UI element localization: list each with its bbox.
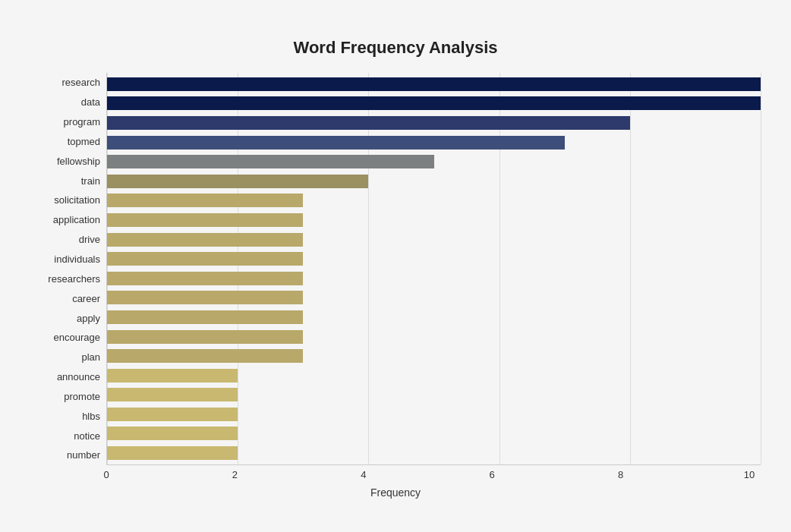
bars-section: researchdataprogramtopmedfellowshiptrain…: [30, 73, 761, 465]
y-label: apply: [77, 313, 100, 323]
y-label: plan: [81, 352, 100, 362]
bar: [107, 136, 565, 150]
bar-row: [107, 386, 761, 403]
y-label: individuals: [54, 254, 100, 264]
bar-row: [107, 348, 761, 364]
y-label: promote: [64, 392, 100, 401]
bar: [107, 155, 434, 168]
bar: [107, 96, 761, 110]
bar-row: [107, 134, 761, 151]
bar-row: [107, 406, 761, 423]
x-tick: 8: [610, 469, 632, 480]
y-label: solicitation: [54, 195, 100, 205]
x-tick: 6: [481, 469, 503, 480]
bar: [107, 213, 303, 227]
bar: [107, 349, 303, 363]
y-label: number: [67, 450, 100, 460]
bar-row: [107, 95, 761, 112]
x-axis-label: Frequency: [30, 486, 761, 499]
bar: [107, 388, 238, 401]
bar-row: [107, 76, 761, 93]
bar-row: [107, 329, 761, 345]
bar: [107, 272, 303, 285]
bar: [107, 77, 761, 91]
x-tick: 2: [223, 469, 246, 480]
bar: [107, 116, 630, 130]
bar: [107, 291, 303, 304]
y-label: topmed: [68, 137, 100, 146]
y-label: research: [61, 77, 100, 87]
bar-row: [107, 192, 761, 209]
chart-area: researchdataprogramtopmedfellowshiptrain…: [30, 73, 761, 499]
bar-row: [107, 270, 761, 287]
y-label: announce: [57, 372, 100, 382]
x-tick: 4: [352, 469, 375, 480]
y-label: fellowship: [57, 156, 100, 166]
bar-row: [107, 115, 761, 131]
bar-row: [107, 153, 761, 170]
bar-row: [107, 173, 761, 190]
bar-row: [107, 425, 761, 442]
y-label: encourage: [54, 332, 100, 342]
x-tick: 10: [738, 469, 761, 480]
y-label: career: [72, 294, 100, 304]
bar-row: [107, 289, 761, 306]
bar: [107, 310, 303, 324]
bar: [107, 194, 303, 207]
y-label: drive: [79, 235, 100, 244]
bar-row: [107, 367, 761, 384]
bar-row: [107, 309, 761, 326]
bar: [107, 369, 238, 382]
y-label: application: [53, 215, 100, 225]
bar: [107, 175, 368, 188]
x-tick-area: 0246810: [106, 469, 761, 480]
y-label: program: [64, 117, 100, 127]
y-label: notice: [74, 431, 100, 441]
y-labels: researchdataprogramtopmedfellowshiptrain…: [30, 73, 106, 465]
bar: [107, 233, 303, 247]
bar: [107, 408, 238, 421]
bar-row: [107, 212, 761, 228]
y-label: hlbs: [82, 411, 100, 421]
y-label: data: [81, 97, 100, 107]
bar: [107, 330, 303, 344]
bar: [107, 252, 303, 266]
x-tick: 0: [95, 469, 118, 480]
plot-area: [106, 73, 761, 465]
bar: [107, 446, 238, 460]
chart-title: Word Frequency Analysis: [30, 30, 761, 58]
x-axis: 0246810: [106, 465, 761, 480]
bar-row: [107, 231, 761, 248]
bar-row: [107, 445, 761, 461]
chart-container: Word Frequency Analysis researchdataprog…: [15, 15, 776, 532]
y-label: train: [81, 176, 100, 186]
y-label: researchers: [48, 274, 100, 284]
grid-line: [761, 73, 761, 464]
bar: [107, 427, 238, 440]
bar-row: [107, 250, 761, 267]
